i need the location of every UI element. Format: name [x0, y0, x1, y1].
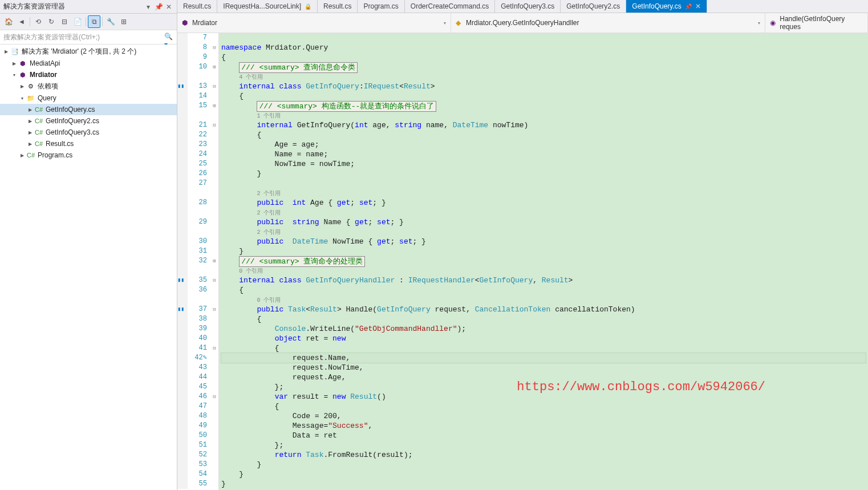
code-line[interactable]: NowTime = nowTime; — [221, 159, 866, 169]
breadcrumb-namespace[interactable]: ◆ Mrdiator.Query.GetInfoQueryHandller ▾ — [451, 13, 765, 33]
code-line[interactable]: 4 个引用 — [221, 72, 866, 82]
fold-toggle[interactable]: ⊟ — [210, 82, 218, 91]
fold-toggle[interactable]: ⊟ — [210, 120, 218, 130]
code-line[interactable]: return Task.FromResult(result); — [221, 450, 866, 460]
code-line[interactable] — [221, 33, 866, 43]
project-node-mrdiator[interactable]: ▾ ⬢ Mrdiator — [0, 69, 177, 80]
code-line[interactable]: } — [221, 246, 866, 256]
code-line[interactable]: 1 个引用 — [221, 111, 866, 120]
collapse-button[interactable]: ⊟ — [58, 15, 71, 28]
code-line[interactable]: { — [221, 343, 866, 353]
fold-toggle[interactable]: ⊟ — [210, 43, 218, 52]
code-line[interactable]: var result = new Result() — [221, 392, 866, 402]
fold-toggle[interactable]: ⊞ — [210, 256, 218, 266]
show-all-button[interactable]: 📄 — [71, 15, 84, 28]
code-line[interactable]: { — [221, 402, 866, 411]
code-line[interactable]: /// <summary> 查询命令的处理类 — [221, 256, 866, 266]
code-line[interactable]: } — [221, 479, 866, 489]
code-line[interactable]: 2 个引用 — [221, 188, 866, 198]
code-line[interactable]: { — [221, 285, 866, 295]
preview-button[interactable]: ⧉ — [88, 15, 100, 28]
tab-label: IRequestHa...SourceLink] — [223, 2, 301, 10]
file-result[interactable]: ▶ C# Result.cs — [0, 138, 177, 149]
code-line[interactable]: } — [221, 469, 866, 479]
code-line[interactable]: }; — [221, 382, 866, 392]
properties-button[interactable]: 🔧 — [104, 15, 117, 28]
editor-tab[interactable]: GetInfoQuery.cs📌✕ — [626, 0, 707, 13]
fold-toggle — [210, 208, 218, 217]
code-line[interactable]: /// <summary> 查询信息命令类 — [221, 62, 866, 72]
code-line[interactable] — [221, 179, 866, 188]
code-line[interactable]: 2 个引用 — [221, 208, 866, 217]
refresh-button[interactable]: ↻ — [45, 15, 58, 28]
panel-pin-button[interactable]: 📌 — [154, 2, 163, 11]
code-line[interactable]: 0 个引用 — [221, 295, 866, 305]
panel-close-button[interactable]: ✕ — [164, 2, 173, 11]
code-line[interactable]: } — [221, 169, 866, 179]
file-getinfoquery[interactable]: ▶ C# GetInfoQuery.cs — [0, 104, 177, 115]
code-line[interactable]: } — [221, 460, 866, 469]
breadcrumb-method[interactable]: ◉ Handle(GetInfoQuery reques — [765, 13, 868, 33]
code-line[interactable]: { — [221, 314, 866, 324]
code-line[interactable]: 2 个引用 — [221, 227, 866, 237]
fold-toggle[interactable]: ⊞ — [210, 101, 218, 111]
file-getinfoquery2[interactable]: ▶ C# GetInfoQuery2.cs — [0, 115, 177, 127]
fold-toggle[interactable]: ⊟ — [210, 305, 218, 314]
pin-icon[interactable]: 📌 — [685, 3, 692, 10]
code-line[interactable]: internal class GetInfoQuery:IRequest<Res… — [221, 82, 866, 91]
code-line[interactable]: request.Name, — [221, 353, 866, 363]
code-line[interactable]: public DateTime NowTime { get; set; } — [221, 237, 866, 246]
code-line[interactable]: request.Age, — [221, 372, 866, 382]
fold-toggle[interactable]: ⊞ — [210, 62, 218, 72]
dependencies-node[interactable]: ▶ ⚙ 依赖项 — [0, 80, 177, 92]
home-button[interactable]: 🏠 — [2, 15, 15, 28]
fold-toggle[interactable]: ⊟ — [210, 343, 218, 353]
search-icon[interactable]: 🔍▾ — [164, 33, 173, 42]
solution-node[interactable]: ▶ 📑 解决方案 'Mrdiator' (2 个项目, 共 2 个) — [0, 46, 177, 58]
view-button[interactable]: ⊞ — [117, 15, 130, 28]
editor-tab[interactable]: GetInfoQuery2.cs — [561, 0, 626, 13]
code-editor[interactable]: ▮▮▮▮▮▮ 789101314152122232425262728293031… — [177, 33, 868, 490]
code-line[interactable]: /// <summary> 构造函数--就是查询的条件说白了 — [221, 101, 866, 111]
search-input[interactable] — [3, 33, 164, 41]
editor-tab[interactable]: Result.cs — [318, 0, 358, 13]
project-node-mediatapi[interactable]: ▶ ⬢ MediatApi — [0, 58, 177, 69]
close-icon[interactable]: ✕ — [695, 2, 701, 10]
fold-toggle[interactable]: ⊟ — [210, 392, 218, 402]
code-line[interactable]: internal class GetInfoQueryHandller : IR… — [221, 276, 866, 285]
code-line[interactable]: request.NowTime, — [221, 363, 866, 372]
code-line[interactable]: { — [221, 52, 866, 62]
gutter-marker — [177, 198, 188, 208]
file-program[interactable]: ▶ C# Program.cs — [0, 149, 177, 161]
breadcrumb-project[interactable]: ⬢ Mrdiator ▾ — [177, 13, 451, 33]
editor-tab[interactable]: Result.cs — [177, 0, 217, 13]
code-line[interactable]: 0 个引用 — [221, 266, 866, 276]
file-getinfoquery3[interactable]: ▶ C# GetInfoQuery3.cs — [0, 127, 177, 138]
code-line[interactable]: { — [221, 91, 866, 101]
code-line[interactable]: Code = 200, — [221, 411, 866, 421]
back-button[interactable]: ◄ — [15, 15, 28, 28]
code-line[interactable]: public Task<Result> Handle(GetInfoQuery … — [221, 305, 866, 314]
panel-dropdown-button[interactable]: ▾ — [144, 2, 153, 11]
code-line[interactable]: { — [221, 130, 866, 140]
line-number: 27 — [188, 179, 207, 188]
editor-tab[interactable]: IRequestHa...SourceLink]🔒 — [217, 0, 318, 13]
fold-toggle[interactable]: ⊟ — [210, 276, 218, 285]
gutter-marker — [177, 421, 188, 431]
code-line[interactable]: Console.WriteLine("GetObjCommandHandller… — [221, 324, 866, 334]
editor-tab[interactable]: Program.cs — [358, 0, 404, 13]
code-line[interactable]: Data = ret — [221, 431, 866, 440]
code-line[interactable]: Name = name; — [221, 149, 866, 159]
code-line[interactable]: object ret = new — [221, 334, 866, 343]
code-line[interactable]: public int Age { get; set; } — [221, 198, 866, 208]
code-line[interactable]: }; — [221, 440, 866, 450]
code-line[interactable]: Message="Success", — [221, 421, 866, 431]
code-line[interactable]: internal GetInfoQuery(int age, string na… — [221, 120, 866, 130]
editor-tab[interactable]: GetInfoQuery3.cs — [495, 0, 561, 13]
code-line[interactable]: namespace Mrdiator.Query — [221, 43, 866, 52]
sync-button[interactable]: ⟲ — [32, 15, 44, 28]
code-line[interactable]: Age = age; — [221, 140, 866, 149]
editor-tab[interactable]: OrderCreateCommand.cs — [405, 0, 495, 13]
code-line[interactable]: public string Name { get; set; } — [221, 217, 866, 227]
folder-query[interactable]: ▾ 📁 Query — [0, 92, 177, 104]
